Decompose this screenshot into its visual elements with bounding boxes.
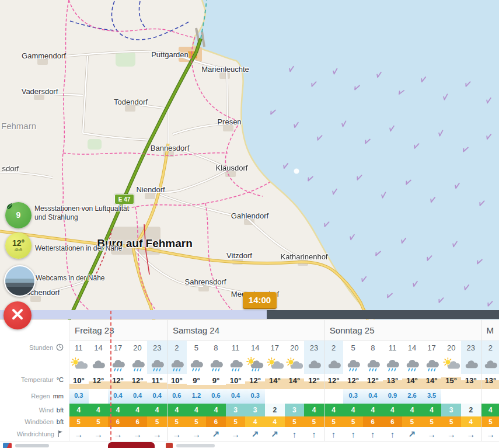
hour-label: 2 [167, 341, 187, 355]
day-header[interactable]: M [481, 320, 499, 341]
bottom-nav-text [15, 444, 49, 447]
wind-value: 4 [167, 404, 187, 416]
bottom-nav-button[interactable] [108, 442, 155, 448]
wind-value: 2 [461, 404, 481, 416]
weather-icon-rain [343, 355, 363, 374]
forecast-column[interactable]: 5 9°1.245→ [187, 341, 207, 441]
rain-value [265, 389, 285, 404]
forecast-column[interactable]: 2313°24→ [461, 341, 481, 441]
temperature-value: 13° [383, 374, 403, 389]
flag-icon[interactable] [57, 430, 64, 439]
weather-icon-cloud [304, 355, 324, 374]
timeline-future-segment[interactable] [267, 310, 499, 319]
bottom-nav-icon[interactable] [166, 443, 173, 448]
time-indicator-badge[interactable]: 14:00 [243, 292, 277, 309]
region-label: Fehmarn [1, 121, 36, 131]
forecast-column[interactable]: 212°45↑ [324, 341, 344, 441]
weather-station-label: Wetterstationen in der Nähe [35, 244, 122, 253]
gust-value: 5 [147, 416, 167, 427]
rain-value: 0.3 [245, 389, 265, 404]
wind-direction-arrow: ↑ [304, 427, 324, 441]
wind-direction-arrow: ↗ [245, 427, 265, 441]
weather-icon-rain [402, 355, 422, 374]
forecast-column[interactable]: 2312°45↑ [304, 341, 324, 441]
town-label: Sahrensdorf [185, 277, 226, 286]
row-label-gusts: Windböen bft [0, 417, 69, 426]
rain-value: 2.6 [402, 389, 422, 404]
temperature-value: 13° [481, 374, 499, 389]
weather-station-button[interactable]: 12° 4bft [5, 232, 32, 259]
wind-value: 4 [402, 404, 422, 416]
forecast-column[interactable]: 5 12°0.345↑ [343, 341, 363, 441]
row-label-column: Stunden Temperatur °C Regen mm Wind bft … [0, 320, 69, 442]
wind-direction-arrow: → [422, 427, 442, 441]
day-header[interactable]: Samstag 24 [167, 320, 324, 341]
gust-value: 5 [285, 416, 305, 427]
wind-unit-toggle[interactable]: bft [57, 407, 64, 414]
temperature-unit-toggle[interactable]: °C [57, 376, 64, 383]
wind-direction-arrow: ↗ [206, 427, 226, 441]
close-button[interactable] [4, 301, 32, 329]
forecast-column[interactable]: 17 12°0.446→ [108, 341, 128, 441]
wind-value: 4 [422, 404, 442, 416]
e47-road-badge: E 47 [114, 194, 134, 204]
forecast-column[interactable]: 1412°45→ [89, 341, 109, 441]
weather-icon-rain [147, 355, 167, 374]
gust-value: 5 [441, 416, 461, 427]
rain-value [285, 389, 305, 404]
wind-direction-arrow: ↑ [285, 427, 305, 441]
clock-icon[interactable] [56, 343, 64, 352]
hour-label: 20 [128, 341, 148, 355]
forecast-column[interactable]: 14 14°2.645↗ [402, 341, 422, 441]
town-label: Presen [217, 117, 241, 126]
forecast-column[interactable]: 14 12°0.334↗ [245, 341, 265, 441]
weather-app: GammendorfPuttgardenMarienleuchteVadersd… [0, 0, 499, 448]
gusts-unit-toggle[interactable]: bft [57, 418, 64, 425]
wind-value: 3 [226, 404, 246, 416]
weather-icon-rain [226, 355, 246, 374]
gust-value: 5 [89, 416, 109, 427]
weather-icon-rain [128, 355, 148, 374]
forecast-column[interactable]: 8 9°0.646↗ [206, 341, 226, 441]
day-header[interactable]: Sonntag 25 [324, 320, 481, 341]
forecast-column[interactable]: 17 14°24↗ [265, 341, 285, 441]
forecast-column[interactable]: 8 12°0.446↑ [363, 341, 383, 441]
forest-patch [88, 139, 102, 150]
day-header[interactable]: Freitag 23 [69, 320, 167, 341]
weather-icon-cloud [481, 355, 499, 374]
forecast-column[interactable]: 20 12°0.446→ [128, 341, 148, 441]
map-dot-marker [294, 169, 299, 174]
timeline-past-segment[interactable] [0, 310, 267, 319]
rain-value [304, 389, 324, 404]
timeline-slider[interactable] [0, 310, 499, 319]
hour-label: 17 [422, 341, 442, 355]
forecast-column[interactable]: 213°45→ [481, 341, 499, 441]
town-label: Klausdorf [216, 164, 248, 172]
rain-unit-toggle[interactable]: mm [53, 393, 64, 400]
row-label-hours: Stunden [0, 343, 69, 352]
weather-icon-sun-cloud [285, 355, 305, 374]
rain-value [461, 389, 481, 404]
forecast-column[interactable]: 20 15°35→ [441, 341, 461, 441]
weather-icon-rain [206, 355, 226, 374]
forecast-column[interactable]: 11 13°0.946↑ [383, 341, 403, 441]
air-quality-button[interactable]: 9 [5, 202, 32, 228]
webcam-label: Webcams in der Nähe [36, 274, 105, 283]
weather-icon-sun-cloud [441, 355, 461, 374]
rain-value: 0.4 [147, 389, 167, 404]
row-label-wind: Wind bft [0, 405, 69, 415]
forecast-column[interactable]: 11 10°0.435→ [226, 341, 246, 441]
wind-direction-arrow: ↗ [402, 427, 422, 441]
map[interactable]: GammendorfPuttgardenMarienleuchteVadersd… [0, 0, 499, 319]
forecast-column[interactable]: 23 11°0.445→ [147, 341, 167, 441]
wind-value: 4 [108, 404, 128, 416]
weather-icon-rain [363, 355, 383, 374]
weather-icon-rain [187, 355, 207, 374]
forecast-column[interactable]: 2 10°0.645→ [167, 341, 187, 441]
forecast-column[interactable]: 20 14°35↑ [285, 341, 305, 441]
gust-value: 5 [422, 416, 442, 427]
forecast-column[interactable]: 17 14°3.545→ [422, 341, 442, 441]
forecast-column[interactable]: 11 10°0.345→ [69, 341, 89, 441]
weather-icon-sun-rain [245, 355, 265, 374]
webcam-button[interactable] [4, 265, 36, 297]
